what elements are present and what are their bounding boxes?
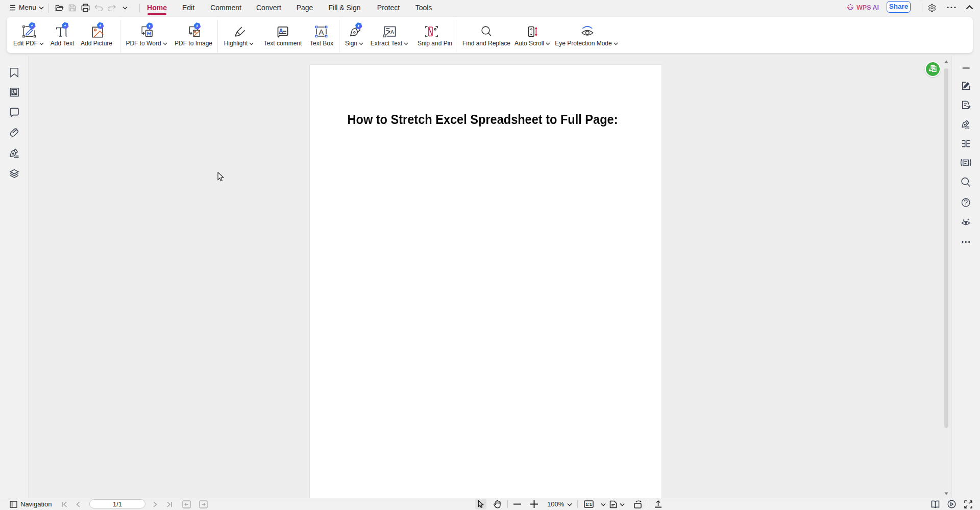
svg-text:1:1: 1:1 bbox=[585, 502, 592, 507]
svg-text:A: A bbox=[318, 28, 324, 36]
svg-text:A: A bbox=[279, 28, 283, 34]
svg-text:A: A bbox=[390, 29, 395, 35]
